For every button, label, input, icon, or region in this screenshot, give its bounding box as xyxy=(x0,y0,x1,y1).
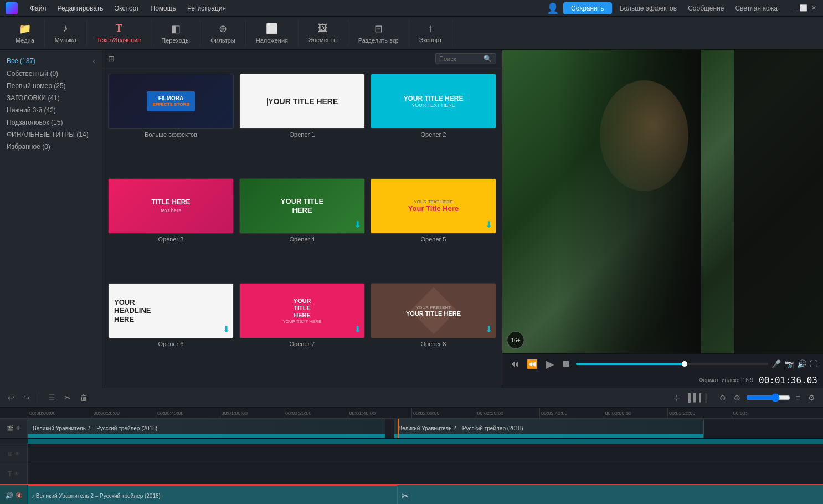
text-icon: T xyxy=(116,23,122,34)
maximize-button[interactable]: ⬜ xyxy=(800,4,807,12)
plus-button[interactable]: ⊕ xyxy=(732,392,743,403)
tool-media[interactable]: 📁 Медиа xyxy=(6,19,45,47)
sidebar-item-first[interactable]: Первый номер (25) xyxy=(0,80,102,92)
thumb-label-effects-store: Больше эффектов xyxy=(108,131,234,138)
volume-icon[interactable]: 🔊 xyxy=(797,359,806,368)
search-input[interactable] xyxy=(439,55,483,62)
redo-button[interactable]: ↪ xyxy=(21,392,32,403)
layout-button[interactable]: ≡ xyxy=(794,392,803,403)
minus-button[interactable]: ⊖ xyxy=(717,392,728,403)
opener8-sub: YOUR PRESENT xyxy=(406,305,461,310)
audio-track-controls: 🔊 🔇 xyxy=(0,485,28,504)
playhead[interactable] xyxy=(398,419,399,438)
sidebar-item-lower[interactable]: Нижний 3-й (42) xyxy=(0,104,102,116)
sidebar-item-own[interactable]: Собственный (0) xyxy=(0,68,102,80)
eye-icon[interactable]: 👁 xyxy=(16,425,21,431)
tool-overlays-label: Наложения xyxy=(256,37,288,44)
menu-export[interactable]: Экспорт xyxy=(109,0,145,17)
sidebar: Все (137) ‹ Собственный (0) Первый номер… xyxy=(0,50,102,388)
filmora-badge: FILMORAEFFECTS STORE xyxy=(147,91,194,111)
tool-split[interactable]: ⊟ Разделить экр xyxy=(348,19,409,47)
cut-button[interactable]: ✂ xyxy=(62,392,73,403)
opener4-text: YOUR TITLEHERE xyxy=(281,197,323,214)
thumbnail-effects-store[interactable]: FILMORAEFFECTS STORE Больше эффектов xyxy=(108,74,234,173)
opener2-title: YOUR TITLE HERE xyxy=(403,95,463,102)
thumbnail-opener8[interactable]: YOUR PRESENT YOUR TITLE HERE ⬇ Opener 8 xyxy=(371,283,496,382)
eye-icon-3[interactable]: 👁 xyxy=(14,471,19,477)
preview-time-info: Формат: индекс: 16:9 00:01:36.03 xyxy=(502,374,823,388)
scissors-icon: ✂ xyxy=(402,490,409,501)
video-clip-1[interactable]: Великий Уравнитель 2 – Русский трейлер (… xyxy=(28,419,385,438)
mute-icon[interactable]: 🔇 xyxy=(16,492,22,498)
progress-fill xyxy=(576,363,687,365)
menu-help[interactable]: Помощь xyxy=(145,0,182,17)
user-icon[interactable]: 👤 xyxy=(547,2,559,14)
list-button[interactable]: ☰ xyxy=(46,392,58,403)
audio-waveform-2 xyxy=(394,434,703,438)
thumbnails-grid: FILMORAEFFECTS STORE Больше эффектов |YO… xyxy=(102,68,502,388)
menu-edit[interactable]: Редактировать xyxy=(52,0,109,17)
sidebar-item-final[interactable]: ФИНАЛЬНЫЕ ТИТРЫ (14) xyxy=(0,128,102,141)
sidebar-item-titles[interactable]: ЗАГОЛОВКИ (41) xyxy=(0,92,102,104)
tool-transitions-label: Переходы xyxy=(161,37,190,44)
timeline-toolbar: ↩ ↪ ☰ ✂ 🗑 ⊹ ▌▍▎▏ ⊖ ⊕ ≡ ⚙ xyxy=(0,388,823,408)
save-button[interactable]: Сохранить xyxy=(563,2,612,14)
export-icon: ↑ xyxy=(428,23,433,34)
delete-button[interactable]: 🗑 xyxy=(78,392,90,403)
undo-button[interactable]: ↩ xyxy=(6,392,17,403)
ruler-mark: 00:00:40:00 xyxy=(156,408,220,419)
message-link[interactable]: Сообщение xyxy=(685,4,727,12)
camera-icon[interactable]: 📷 xyxy=(784,359,794,368)
snap-icon[interactable]: ⊹ xyxy=(671,392,682,403)
tool-elements[interactable]: 🖼 Элементы xyxy=(299,19,348,47)
menu-file[interactable]: Файл xyxy=(24,0,52,17)
thumb-label-opener6: Opener 6 xyxy=(108,341,234,347)
waveform-icon[interactable]: ▌▍▎▏ xyxy=(686,392,714,403)
stop-button[interactable]: ⏹ xyxy=(559,359,573,369)
sidebar-item-fav[interactable]: Избранное (0) xyxy=(0,141,102,153)
thumb-label-opener5: Opener 5 xyxy=(371,236,496,243)
tool-overlays[interactable]: ⬜ Наложения xyxy=(246,19,299,47)
main-layout: Все (137) ‹ Собственный (0) Первый номер… xyxy=(0,50,823,388)
thumbnail-opener1[interactable]: |YOUR TITLE HERE Opener 1 xyxy=(239,74,365,173)
close-button[interactable]: ✕ xyxy=(810,4,817,12)
thumbnail-opener4[interactable]: YOUR TITLEHERE ⬇ Opener 4 xyxy=(239,178,365,277)
thumbnail-opener6[interactable]: YOURHEADLINEHERE ⬇ Opener 6 xyxy=(108,283,234,382)
menu-register[interactable]: Регистрация xyxy=(182,0,232,17)
skin-link[interactable]: Светлая кожа xyxy=(732,4,781,12)
minimize-button[interactable]: — xyxy=(790,4,798,12)
eye-icon-2[interactable]: 👁 xyxy=(14,451,20,457)
play-button[interactable]: ▶ xyxy=(543,357,556,371)
empty-track-content-1 xyxy=(28,444,823,464)
ruler-mark: 00:00:00:00 xyxy=(28,408,92,419)
fullscreen-icon[interactable]: ⛶ xyxy=(810,359,817,368)
audio-clip-1[interactable]: ♪ Великий Уравнитель 2 – Русский трейлер… xyxy=(28,485,398,504)
sidebar-item-all[interactable]: Все (137) ‹ xyxy=(0,54,102,68)
progress-bar[interactable] xyxy=(576,363,768,365)
prev-frame-button[interactable]: ⏪ xyxy=(524,359,540,369)
sidebar-item-sub[interactable]: Подзаголовок (15) xyxy=(0,116,102,128)
tool-text-label: Текст/Значение xyxy=(97,37,141,43)
ruler-mark: 00:02:00:00 xyxy=(412,408,476,419)
thumbnail-opener5[interactable]: YOUR TEXT HERE Your Title Here ⬇ Opener … xyxy=(371,178,496,277)
settings-button[interactable]: ⚙ xyxy=(806,392,817,403)
opener5-title: Your Title Here xyxy=(408,204,459,213)
grid-view-icon[interactable]: ⊞ xyxy=(108,54,115,63)
skip-start-button[interactable]: ⏮ xyxy=(508,359,521,369)
tool-text[interactable]: T Текст/Значение xyxy=(87,19,152,47)
back-arrow-icon[interactable]: ‹ xyxy=(92,56,95,65)
video-track-controls: 🎬 👁 xyxy=(0,419,28,438)
tool-music[interactable]: ♪ Музыка xyxy=(45,19,87,47)
thumbnail-opener2[interactable]: YOUR TITLE HERE YOUR TEXT HERE Opener 2 xyxy=(371,74,496,173)
thumbnail-opener3[interactable]: TITLE HEREtext here Opener 3 xyxy=(108,178,234,277)
tool-media-label: Медиа xyxy=(16,37,34,44)
video-track: 🎬 👁 Великий Уравнитель 2 – Русский трейл… xyxy=(0,419,823,439)
tool-filters[interactable]: ⊕ Фильтры xyxy=(200,19,246,47)
effects-link[interactable]: Больше эффектов xyxy=(616,4,681,12)
mic-icon[interactable]: 🎤 xyxy=(771,359,781,368)
tool-export[interactable]: ↑ Экспорт xyxy=(409,19,452,47)
tool-transitions[interactable]: ◧ Переходы xyxy=(151,19,200,47)
video-clip-2[interactable]: Великий Уравнитель 2 – Русский трейлер (… xyxy=(394,419,704,438)
zoom-slider[interactable] xyxy=(746,393,790,402)
thumbnail-opener7[interactable]: YOURTITLEHERE YOUR TEXT HERE ⬇ Opener 7 xyxy=(239,283,365,382)
